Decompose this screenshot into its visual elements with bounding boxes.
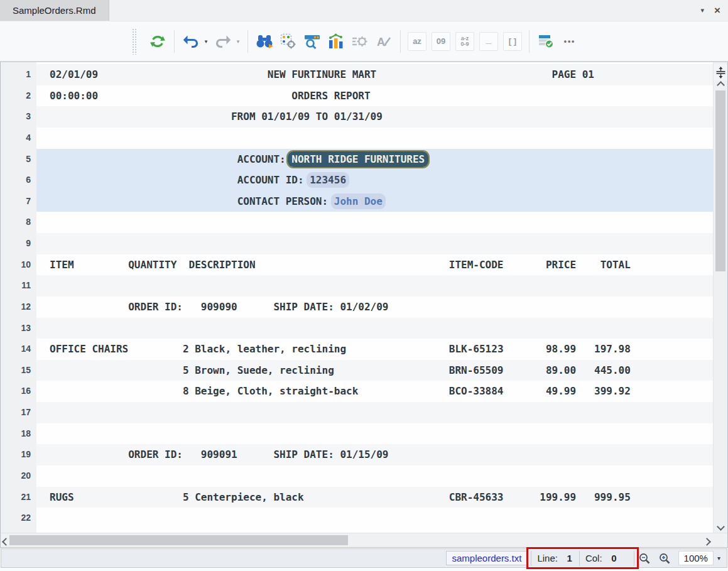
vertical-scroll-thumb[interactable] — [715, 90, 725, 271]
report-line-text[interactable]: CONTACT PERSON: John Doe — [36, 191, 713, 212]
scroll-up-button[interactable] — [714, 82, 727, 88]
redo-icon — [215, 35, 231, 48]
report-line-text[interactable]: 8 Beige, Cloth, straight-back BCO-33884 … — [36, 381, 713, 402]
auto-process-button[interactable] — [350, 32, 369, 51]
alphanumeric-field-button[interactable]: a-z 0-9 — [455, 32, 474, 51]
scroll-down-button[interactable] — [714, 524, 727, 530]
scroll-right-button[interactable] — [704, 536, 710, 547]
report-line-6[interactable]: 6 ACCOUNT ID: 123456 — [1, 170, 713, 191]
numeric-field-button[interactable]: 09 — [432, 32, 450, 51]
report-line-text[interactable]: 00:00:00 ORDERS REPORT — [36, 85, 713, 107]
report-line-13[interactable]: 13 — [1, 318, 713, 339]
bar-chart-icon — [328, 33, 344, 50]
report-line-text[interactable] — [36, 275, 713, 296]
report-line-text[interactable] — [36, 423, 713, 445]
close-tab-icon[interactable]: × — [714, 5, 720, 16]
report-line-14[interactable]: 14OFFICE CHAIRS 2 Black, leather, reclin… — [1, 339, 713, 360]
vertical-scrollbar[interactable] — [713, 62, 727, 533]
report-line-text[interactable] — [36, 318, 713, 339]
search-sample-button[interactable] — [303, 32, 322, 51]
horizontal-scrollbar[interactable] — [1, 533, 727, 547]
report-line-text[interactable] — [36, 233, 713, 254]
contact-person-field[interactable]: John Doe — [331, 193, 386, 209]
alpha-field-button[interactable]: az — [408, 32, 426, 51]
report-line-19[interactable]: 19 ORDER ID: 909091 SHIP DATE: 01/15/09 — [1, 444, 713, 465]
toolbar-separator — [247, 30, 248, 53]
toolbar-separator — [529, 30, 530, 53]
report-line-12[interactable]: 12 ORDER ID: 909090 SHIP DATE: 01/02/09 — [1, 296, 713, 318]
report-line-text[interactable] — [36, 212, 713, 233]
find-button[interactable] — [255, 32, 274, 51]
undo-button[interactable] — [182, 32, 200, 51]
redo-button[interactable] — [214, 32, 232, 51]
report-editor[interactable]: 102/01/09 NEW FURTINURE MART PAGE 01200:… — [1, 62, 727, 533]
undo-dropdown-icon[interactable]: ▾ — [202, 38, 210, 45]
accept-table-button[interactable] — [536, 32, 555, 51]
report-line-22[interactable]: 22 — [1, 508, 713, 529]
status-separator — [531, 551, 531, 566]
line-number: 13 — [1, 318, 36, 339]
tab-list-dropdown-icon[interactable]: ▾ — [701, 6, 705, 14]
zoom-dropdown-icon[interactable]: ▾ — [717, 555, 720, 562]
bracket-field-glyph: [ ] — [509, 36, 516, 46]
status-separator — [579, 551, 580, 566]
report-line-15[interactable]: 15 5 Brown, Suede, reclining BRN-65509 8… — [1, 360, 713, 381]
account-id-field[interactable]: 123456 — [307, 172, 349, 188]
column-statistics-button[interactable] — [327, 32, 345, 51]
line-number: 10 — [1, 254, 36, 276]
line-number: 7 — [1, 191, 36, 212]
report-line-3[interactable]: 3 FROM 01/01/09 TO 01/31/09 — [1, 106, 713, 128]
report-line-5[interactable]: 5 ACCOUNT: NORTH RIDGE FURNITURES — [1, 149, 713, 170]
bracket-field-button[interactable]: [ ] — [503, 32, 522, 51]
report-line-8[interactable]: 8 — [1, 212, 713, 233]
report-line-11[interactable]: 11 — [1, 275, 713, 296]
report-line-4[interactable]: 4 — [1, 128, 713, 149]
zoom-out-icon — [639, 553, 650, 564]
report-line-text[interactable] — [36, 128, 713, 149]
zoom-in-button[interactable] — [659, 553, 670, 564]
report-line-10[interactable]: 10ITEM QUANTITY DESCRIPTION ITEM-CODE PR… — [1, 254, 713, 276]
source-file-link[interactable]: sampleorders.txt — [446, 551, 528, 565]
report-line-text[interactable]: RUGS 5 Centerpiece, black CBR-45633 199.… — [36, 487, 713, 508]
font-edit-icon: A — [376, 34, 392, 49]
report-line-16[interactable]: 16 8 Beige, Cloth, straight-back BCO-338… — [1, 381, 713, 402]
report-line-text[interactable]: ACCOUNT ID: 123456 — [36, 170, 713, 191]
report-line-21[interactable]: 21RUGS 5 Centerpiece, black CBR-45633 19… — [1, 487, 713, 508]
report-line-text[interactable] — [36, 402, 713, 423]
auto-define-fields-button[interactable] — [279, 32, 298, 51]
line-number: 2 — [1, 85, 36, 107]
report-line-text[interactable]: FROM 01/01/09 TO 01/31/09 — [36, 106, 713, 128]
report-line-7[interactable]: 7 CONTACT PERSON: John Doe — [1, 191, 713, 212]
account-name-field[interactable]: NORTH RIDGE FURNITURES — [288, 151, 428, 167]
report-line-9[interactable]: 9 — [1, 233, 713, 254]
zoom-out-button[interactable] — [639, 553, 650, 564]
report-line-18[interactable]: 18 — [1, 423, 713, 445]
tab-sampleorders[interactable]: SampleOrders.Rmd — [0, 0, 109, 21]
report-line-text[interactable]: 02/01/09 NEW FURTINURE MART PAGE 01 — [36, 64, 713, 85]
line-number: 11 — [1, 275, 36, 296]
report-line-1[interactable]: 102/01/09 NEW FURTINURE MART PAGE 01 — [1, 64, 713, 85]
line-number: 20 — [1, 465, 36, 487]
redo-dropdown-icon[interactable]: ▾ — [234, 38, 242, 45]
report-line-17[interactable]: 17 — [1, 402, 713, 423]
report-line-text[interactable]: ORDER ID: 909091 SHIP DATE: 01/15/09 — [36, 444, 713, 465]
scroll-left-button[interactable] — [3, 536, 9, 547]
split-pane-handle[interactable] — [714, 64, 727, 80]
process-gear-icon — [352, 33, 368, 50]
report-line-text[interactable]: ACCOUNT: NORTH RIDGE FURNITURES — [36, 149, 713, 170]
more-options-button[interactable]: ••• — [560, 32, 579, 51]
blank-field-button[interactable]: _ — [479, 32, 498, 51]
horizontal-scroll-thumb[interactable] — [9, 535, 348, 545]
report-line-text[interactable] — [36, 465, 713, 487]
report-line-text[interactable]: 5 Brown, Suede, reclining BRN-65509 89.0… — [36, 360, 713, 381]
report-line-text[interactable]: OFFICE CHAIRS 2 Black, leather, reclinin… — [36, 339, 713, 360]
refresh-button[interactable] — [148, 32, 167, 51]
zoom-level-value[interactable]: 100% — [678, 551, 714, 565]
edit-font-button[interactable]: A — [374, 32, 393, 51]
report-line-text[interactable] — [36, 508, 713, 529]
report-line-2[interactable]: 200:00:00 ORDERS REPORT — [1, 85, 713, 107]
toolbar-grip[interactable] — [132, 28, 137, 55]
report-line-text[interactable]: ORDER ID: 909090 SHIP DATE: 01/02/09 — [36, 296, 713, 318]
report-line-text[interactable]: ITEM QUANTITY DESCRIPTION ITEM-CODE PRIC… — [36, 254, 713, 276]
report-line-20[interactable]: 20 — [1, 465, 713, 487]
